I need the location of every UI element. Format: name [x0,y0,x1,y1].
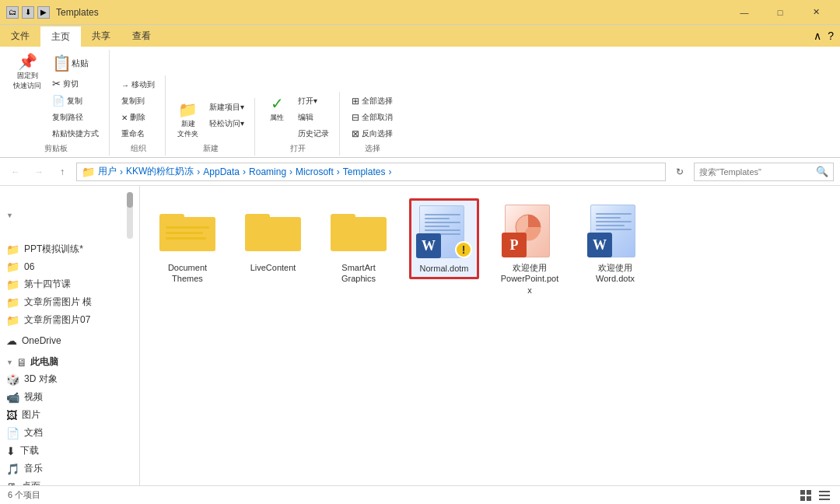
openfile-button[interactable]: 打开▾ [294,93,333,109]
sidebar-item-downloads[interactable]: ⬇ 下载 [0,442,139,460]
doc-line-1 [425,214,460,215]
delete-label: 删除 [130,112,145,123]
content-area: DocumentThemes LiveContent [140,186,840,485]
copyto-button[interactable]: 复制到 [117,93,159,109]
tab-file[interactable]: 文件 [0,25,40,47]
breadcrumb-roaming[interactable]: Roaming [249,166,286,177]
file-item-welcome-word[interactable]: W 欢迎使用Word.dotx [580,198,650,289]
breadcrumb-appdata[interactable]: AppData [203,166,240,177]
ribbon-group-open: ✓ 属性 打开▾ 编辑 历史记录 打开 [257,92,340,156]
sidebar-scrollbar[interactable] [127,192,133,239]
sidebar-item-ppt[interactable]: 📁 PPT模拟训练* [0,240,139,258]
tab-home[interactable]: 主页 [40,25,81,47]
file-item-doc-themes[interactable]: DocumentThemes [152,198,222,289]
folder-icon-img1: 📁 [6,296,19,309]
scrollbar-thumb[interactable] [127,192,133,208]
sidebar-item-video[interactable]: 📹 视频 [0,388,139,406]
sidebar-item-3d-label: 3D 对象 [24,373,58,386]
rename-button[interactable]: 重命名 [117,126,159,142]
moveto-label: 移动到 [131,79,155,90]
ribbon-collapse-btn[interactable]: ∧ [814,30,821,42]
open-label: 打开 [290,143,306,154]
sidebar-item-pictures[interactable]: 🖼 图片 [0,406,139,424]
selectall-button[interactable]: ⊞ 全部选择 [348,93,397,109]
tab-share[interactable]: 共享 [81,25,121,47]
close-button[interactable]: ✕ [798,0,834,25]
search-input[interactable] [699,167,813,177]
doc-line-2 [425,218,450,219]
rename-label: 重命名 [121,128,145,139]
sidebar-item-music-label: 音乐 [24,462,43,475]
sidebar-item-music[interactable]: 🎵 音乐 [0,460,139,478]
organize-label: 组织 [131,143,146,154]
pin-button[interactable]: 📌 固定到快速访问 [9,51,45,93]
sidebar-item-images2[interactable]: 📁 文章所需图片07 [0,311,139,329]
ribbon-help-btn[interactable]: ? [828,30,834,42]
invertsel-icon: ⊠ [352,128,359,139]
edit-button[interactable]: 编辑 [294,110,333,125]
sidebar-thispc-header[interactable]: ▼ 🖥 此电脑 [0,352,139,370]
w2-line-5 [596,229,632,230]
window-title: Templates [56,7,726,18]
thispc-expander: ▼ [6,359,13,366]
minimize-button[interactable]: — [726,0,762,25]
cut-button[interactable]: ✂ 剪切 [48,75,103,92]
sidebar-item-chapter14[interactable]: 📁 第十四节课 [0,275,139,293]
search-box[interactable]: 🔍 [694,163,834,181]
paste-icon: 📋 [52,54,72,72]
file-item-normal-dotm[interactable]: W ! Normal.dotm [409,198,479,279]
svg-rect-7 [245,214,270,222]
properties-button[interactable]: ✓ 属性 [263,93,291,125]
sidebar-item-desktop-label: 桌面 [22,480,40,485]
invertsel-button[interactable]: ⊠ 反向选择 [348,126,397,142]
view-list-button[interactable] [817,488,832,503]
up-button[interactable]: ↑ [53,163,72,181]
history-button[interactable]: 历史记录 [294,126,333,142]
moveto-button[interactable]: → 移动到 [117,77,159,93]
maximize-button[interactable]: □ [762,0,798,25]
sidebar-item-onedrive[interactable]: ☁ OneDrive [0,332,139,349]
file-item-livecontent[interactable]: LiveContent [238,198,308,278]
refresh-button[interactable]: ↻ [670,163,689,181]
pasteshortcut-button[interactable]: 粘贴快捷方式 [48,126,103,142]
easyaccess-button[interactable]: 轻松访问▾ [205,116,248,131]
forward-button[interactable]: → [30,163,48,181]
sidebar-item-docs[interactable]: 📄 文档 [0,424,139,442]
sidebar: ▼ 📁 PPT模拟训练* 📁 06 📁 第十四节课 📁 文章所需图片 模 📁 文… [0,186,140,485]
file-item-welcome-ppt[interactable]: P 欢迎使用PowerPoint.potx [495,198,565,300]
clipboard-col: 📋 粘贴 ✂ 剪切 📄 复制 复制路径 [48,51,103,142]
pin-label: 固定到快速访问 [13,71,41,91]
sidebar-item-desktop[interactable]: 🖥 桌面 [0,478,139,485]
breadcrumb-kkw[interactable]: KKW的粉红奶冻 [126,165,194,178]
word2-wrapper: W [587,203,643,259]
sidebar-item-3d[interactable]: 🎲 3D 对象 [0,370,139,388]
w2-line-4 [596,225,625,226]
paste-label: 粘贴 [72,58,89,69]
sidebar-item-06[interactable]: 📁 06 [0,258,139,275]
sidebar-item-images1[interactable]: 📁 文章所需图片 模 [0,293,139,311]
selectnone-button[interactable]: ⊟ 全部取消 [348,110,397,125]
copy-button[interactable]: 📄 复制 [48,93,103,109]
invertsel-label: 反向选择 [362,128,393,139]
file-item-smartart[interactable]: SmartArtGraphics [324,198,394,289]
selectnone-label: 全部取消 [362,112,393,123]
address-breadcrumb[interactable]: 📁 用户 › KKW的粉红奶冻 › AppData › Roaming › Mi… [76,163,666,181]
thispc-label: 此电脑 [30,355,58,369]
word-badge-letter: W [422,238,436,254]
pasteshortcut-label: 粘贴快捷方式 [52,128,99,139]
breadcrumb-templates[interactable]: Templates [343,166,386,177]
newfolder-button[interactable]: 📁 新建文件夹 [173,100,202,142]
view-grid-button[interactable] [798,488,814,503]
copypath-button[interactable]: 复制路径 [48,110,103,125]
quickaccess-expander: ▼ [6,212,13,219]
file-label-welcome-word: 欢迎使用Word.dotx [596,262,635,285]
breadcrumb-microsoft[interactable]: Microsoft [296,166,334,177]
breadcrumb-user[interactable]: 用户 [98,165,117,178]
delete-button[interactable]: ✕ 删除 [117,110,159,125]
paste-button[interactable]: 📋 粘贴 [48,51,93,75]
w2-line-3 [596,221,632,222]
tab-view[interactable]: 查看 [121,25,162,47]
newitem-button[interactable]: 新建项目▾ [205,100,248,115]
folder-icon-ppt: 📁 [6,243,19,256]
back-button[interactable]: ← [6,163,25,181]
